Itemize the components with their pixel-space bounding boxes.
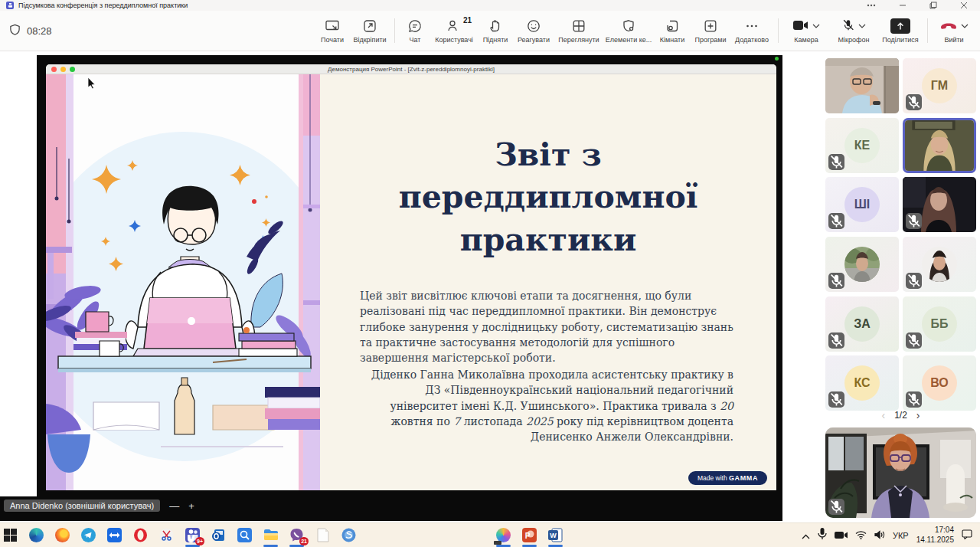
participants-pagination: ‹ 1/2 › (825, 409, 976, 421)
participant-tile-ks[interactable]: КС (825, 355, 899, 411)
leave-button[interactable]: Вийти (933, 11, 975, 51)
viber-icon[interactable]: 21 (289, 527, 305, 543)
window-close-button[interactable] (960, 2, 968, 9)
participant-tile-vo[interactable]: ВО (903, 355, 976, 411)
tray-language-indicator[interactable]: УКР (893, 531, 909, 540)
view-button[interactable]: Переглянути (554, 11, 603, 51)
participant-tile-video-blonde-active-speaker[interactable] (903, 118, 976, 173)
tray-chevron-icon[interactable] (802, 529, 810, 542)
participant-tile-video-dark-room[interactable] (903, 177, 976, 232)
window-title-bar: Підсумкова конференція з переддипломної … (0, 0, 980, 11)
participant-tile-za[interactable]: ЗА (825, 296, 899, 352)
file-explorer-icon[interactable] (263, 527, 279, 543)
mic-muted-badge (828, 273, 844, 289)
window-minimize-button[interactable] (899, 2, 906, 9)
snipping-tool-icon[interactable] (158, 527, 175, 543)
mic-muted-badge (828, 154, 844, 170)
tray-camera-icon[interactable] (835, 529, 848, 542)
tray-date: 14.11.2025 (916, 536, 954, 544)
skype-icon[interactable] (341, 527, 357, 543)
window-maximize-button[interactable] (929, 2, 937, 9)
quick-assist-icon[interactable] (237, 527, 253, 543)
start-button[interactable] (2, 527, 18, 543)
svg-text:T: T (190, 535, 193, 539)
opera-icon[interactable] (132, 527, 149, 543)
control-elements-button[interactable]: Елементи ке... (603, 11, 654, 51)
mic-muted-badge (906, 332, 922, 349)
sharing-indicator-dot (775, 57, 779, 61)
tray-mic-icon[interactable] (818, 528, 827, 542)
teams-icon[interactable]: T 9+ (185, 527, 201, 543)
avatar: КЕ (844, 128, 880, 163)
self-view-tile[interactable] (825, 427, 976, 518)
apps-button[interactable]: Програми (691, 11, 730, 51)
teamviewer-icon[interactable] (106, 527, 122, 543)
avatar-photo (922, 247, 957, 282)
react-button[interactable]: Реагувати (513, 11, 554, 51)
tray-volume-icon[interactable] (874, 529, 885, 542)
pagination-next-icon[interactable]: › (916, 409, 920, 421)
notepad-icon[interactable] (315, 527, 331, 543)
microphone-button[interactable]: Мікрофон (829, 11, 878, 51)
microphone-chevron-icon[interactable] (858, 22, 866, 30)
toolbar-divider (927, 18, 928, 43)
rooms-button[interactable]: Кімнати (654, 11, 691, 51)
shield-gear-icon (621, 18, 636, 34)
slide-title: Звіт з переддипломної практики (320, 74, 776, 261)
start-sharing-button[interactable]: Почати (315, 11, 350, 51)
participant-tile-shi[interactable]: ШІ (825, 177, 899, 232)
edge-icon[interactable] (28, 527, 44, 543)
participant-video (825, 58, 899, 113)
leave-chevron-icon[interactable] (961, 22, 969, 30)
participant-tile-video-man[interactable] (825, 58, 899, 113)
screen-share-icon (325, 18, 340, 34)
copilot-icon[interactable] (495, 527, 511, 543)
powerpoint-icon[interactable]: P (521, 527, 537, 543)
camera-chevron-icon[interactable] (812, 22, 820, 30)
zoom-out-button[interactable]: — (169, 501, 179, 511)
svg-text:W: W (550, 532, 557, 539)
pagination-prev-icon[interactable]: ‹ (881, 409, 885, 421)
raise-hand-button[interactable]: Підняти (478, 11, 513, 51)
windows-taskbar: T 9+ 21 P W (0, 522, 980, 547)
window-more-button[interactable] (867, 4, 876, 7)
participant-tile-photo-outdoors[interactable] (825, 237, 899, 292)
stage-bottom-strip: Anna Didenko (зовнішній користувач) — + (0, 496, 782, 521)
tray-clock[interactable]: 17:04 14.11.2025 (916, 526, 954, 545)
shared-powerpoint-window: Демонстрация PowerPoint - [Zvit-z-peredd… (46, 64, 776, 490)
participant-tile-photo-portrait[interactable] (903, 237, 976, 292)
meeting-timer-value: 08:28 (27, 25, 52, 37)
slide-paragraph-details: Діденко Ганна Миколаївна проходила асист… (360, 367, 733, 444)
camera-button[interactable]: Камера (783, 11, 829, 51)
outlook-icon[interactable] (211, 527, 227, 543)
word-icon[interactable]: W (547, 527, 564, 543)
slide-content: Звіт з переддипломної практики Цей звіт … (320, 74, 776, 490)
toolbar-divider (778, 18, 779, 43)
participants-button[interactable]: 21 Користувачі (430, 11, 478, 51)
mic-muted-icon (841, 18, 855, 34)
tray-wifi-icon[interactable] (855, 529, 867, 542)
tray-time: 17:04 (935, 526, 954, 534)
apps-plus-icon (703, 18, 718, 34)
rooms-icon (665, 18, 680, 34)
mic-muted-badge (828, 499, 844, 515)
self-video (825, 427, 976, 518)
meeting-window-title: Підсумкова конференція з переддипломної … (18, 2, 188, 9)
more-button[interactable]: Додатково (730, 11, 773, 51)
zoom-in-button[interactable]: + (188, 501, 194, 511)
telegram-icon[interactable] (80, 527, 96, 543)
chat-icon (407, 18, 423, 34)
share-button[interactable]: Поділитися (878, 11, 923, 51)
firefox-icon[interactable] (54, 527, 70, 543)
meeting-timer[interactable]: 08:28 (9, 24, 52, 38)
participants-count: 21 (463, 16, 472, 25)
avatar: КС (844, 365, 880, 401)
unpin-button[interactable]: Відкріпити (350, 11, 390, 51)
participant-tile-gm[interactable]: ГМ (903, 58, 976, 113)
tray-notifications-icon[interactable] (962, 529, 972, 542)
participant-tile-ke[interactable]: КЕ (825, 118, 899, 173)
participant-tile-bb[interactable]: ББ (903, 296, 976, 352)
teams-app-icon (6, 2, 14, 9)
mouse-cursor (87, 77, 96, 92)
chat-button[interactable]: Чат (400, 11, 430, 51)
